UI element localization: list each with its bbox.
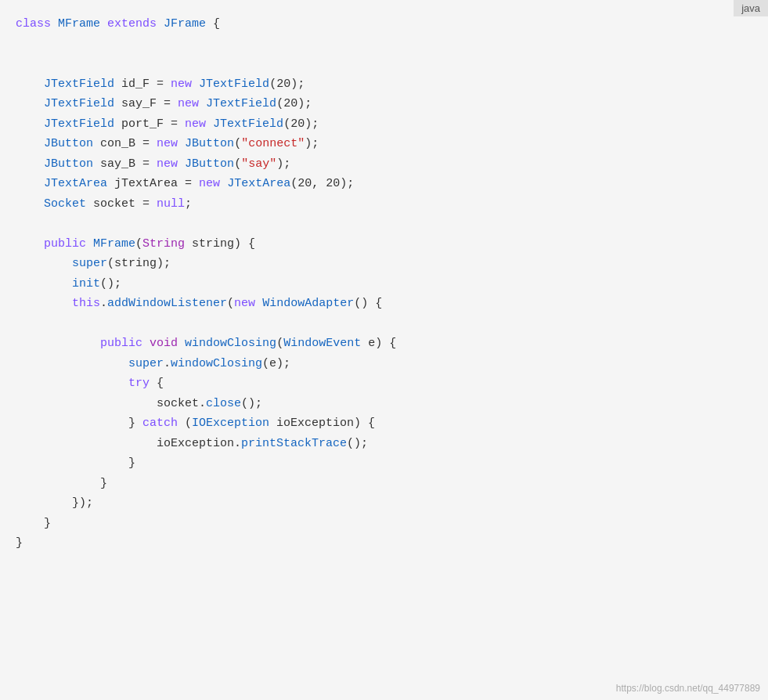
code-line: JTextField port_F = new JTextField(20);: [16, 114, 752, 135]
code-line: [16, 54, 752, 74]
code-line: } catch (IOException ioException) {: [16, 413, 752, 434]
code-line: public void windowClosing(WindowEvent e)…: [16, 334, 752, 354]
language-badge: java: [734, 0, 768, 16]
code-line: JButton say_B = new JButton("say");: [16, 154, 752, 175]
code-line: }: [16, 474, 752, 494]
code-line: }: [16, 533, 752, 554]
code-line: [16, 34, 752, 55]
code-line: init();: [16, 274, 752, 294]
code-line: }: [16, 453, 752, 474]
code-line: [16, 214, 752, 234]
code-container: java class MFrame extends JFrame { JText…: [0, 0, 768, 700]
code-line: public MFrame(String string) {: [16, 234, 752, 254]
code-line: socket.close();: [16, 394, 752, 414]
code-line: JButton con_B = new JButton("connect");: [16, 134, 752, 154]
code-line: super(string);: [16, 254, 752, 274]
code-line: [16, 314, 752, 334]
code-line: Socket socket = null;: [16, 194, 752, 215]
code-line: ioException.printStackTrace();: [16, 434, 752, 454]
code-block: class MFrame extends JFrame { JTextField…: [0, 8, 768, 560]
code-line: try {: [16, 373, 752, 394]
code-line: }: [16, 514, 752, 534]
code-line: JTextField id_F = new JTextField(20);: [16, 74, 752, 95]
code-line: this.addWindowListener(new WindowAdapter…: [16, 294, 752, 314]
code-line: JTextField say_F = new JTextField(20);: [16, 94, 752, 114]
watermark: https://blog.csdn.net/qq_44977889: [616, 683, 760, 694]
code-line: class MFrame extends JFrame {: [16, 14, 752, 34]
code-line: super.windowClosing(e);: [16, 354, 752, 374]
code-line: JTextArea jTextArea = new JTextArea(20, …: [16, 174, 752, 194]
code-line: });: [16, 493, 752, 514]
